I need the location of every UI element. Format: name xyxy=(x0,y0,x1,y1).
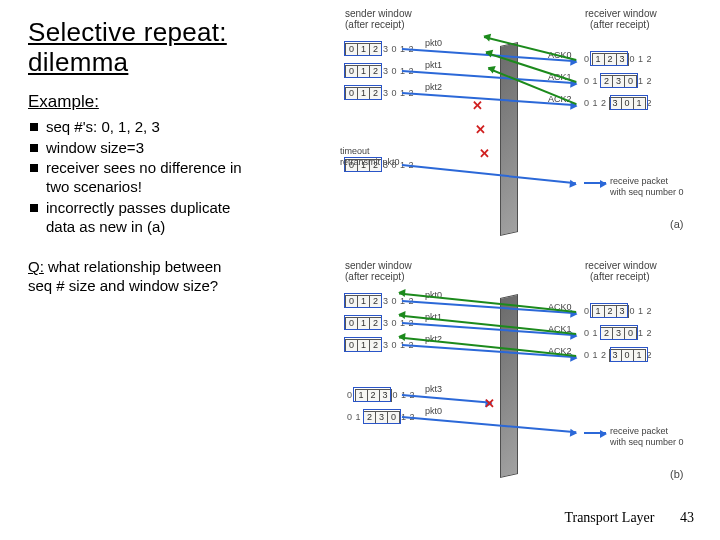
arrow-icon xyxy=(402,164,576,184)
arrow-icon xyxy=(584,432,606,434)
figure-label: (b) xyxy=(670,468,683,480)
x-icon: ✕ xyxy=(484,396,495,411)
seq-suffix: 0 1 2 xyxy=(630,306,653,316)
pkt-label: pkt2 xyxy=(425,82,442,92)
seq-cell: 2 xyxy=(369,87,382,100)
seq-prefix: 0 1 xyxy=(347,412,361,422)
question-label: Q: xyxy=(28,258,44,275)
sequence-row: 0 12301 2 xyxy=(582,74,652,88)
seq-cell: 1 xyxy=(633,349,646,362)
after-receipt-label: (after receipt) xyxy=(590,271,649,282)
seq-cell: 1 xyxy=(633,97,646,110)
seq-prefix: 0 xyxy=(584,306,590,316)
arrow-icon xyxy=(584,182,606,184)
arrow-icon xyxy=(402,394,492,404)
seq-cell: 3 xyxy=(616,305,629,318)
seq-cell: 0 xyxy=(387,411,400,424)
seq-suffix: 2 xyxy=(647,350,653,360)
seq-cell: 0 xyxy=(624,75,637,88)
seq-suffix: 1 2 xyxy=(638,76,652,86)
barrier-icon xyxy=(500,294,518,478)
after-receipt-label: (after receipt) xyxy=(590,19,649,30)
receive-label: receive packet xyxy=(610,426,668,436)
seq-cell: 2 xyxy=(369,295,382,308)
seq-prefix: 0 1 xyxy=(584,76,598,86)
sequence-row: 0 12301 2 xyxy=(582,326,652,340)
footer-text: Transport Layer xyxy=(564,510,654,525)
seq-cell: 2 xyxy=(369,339,382,352)
question-text: what relationship between seq # size and… xyxy=(28,258,221,294)
page-number: 43 xyxy=(680,510,694,525)
x-icon: ✕ xyxy=(472,98,483,113)
arrow-icon xyxy=(402,416,577,433)
retransmit-label: retransmit pkt0 xyxy=(340,157,400,167)
receive-label: receive packet xyxy=(610,176,668,186)
sender-window-label: sender window xyxy=(345,260,412,271)
seq-cell: 3 xyxy=(379,389,392,402)
receive-label: with seq number 0 xyxy=(610,187,684,197)
bullet-item: incorrectly passes duplicate data as new… xyxy=(28,199,258,237)
bullet-list: seq #'s: 0, 1, 2, 3 window size=3 receiv… xyxy=(28,118,258,237)
figure-label: (a) xyxy=(670,218,683,230)
sr-dilemma-diagram: sender window (after receipt) receiver w… xyxy=(270,8,710,488)
pkt-label: pkt1 xyxy=(425,60,442,70)
after-receipt-label: (after receipt) xyxy=(345,19,404,30)
receive-label: with seq number 0 xyxy=(610,437,684,447)
sequence-row: 01230 1 2 xyxy=(582,304,652,318)
seq-cell: 3 xyxy=(616,53,629,66)
seq-cell: 2 xyxy=(369,317,382,330)
receiver-window-label: receiver window xyxy=(585,8,657,19)
bullet-item: window size=3 xyxy=(28,139,258,158)
x-icon: ✕ xyxy=(475,122,486,137)
sender-window-label: sender window xyxy=(345,8,412,19)
pkt-label: pkt0 xyxy=(425,38,442,48)
seq-prefix: 0 1 xyxy=(584,328,598,338)
seq-cell: 2 xyxy=(369,65,382,78)
sequence-row: 01230 1 2 xyxy=(582,52,652,66)
bullet-item: seq #'s: 0, 1, 2, 3 xyxy=(28,118,258,137)
seq-prefix: 0 1 2 xyxy=(584,350,607,360)
barrier-icon xyxy=(500,42,518,236)
seq-cell: 2 xyxy=(369,43,382,56)
x-icon: ✕ xyxy=(479,146,490,161)
seq-prefix: 0 xyxy=(347,390,353,400)
sequence-row: 0 1 23012 xyxy=(582,348,652,362)
seq-suffix: 1 2 xyxy=(638,328,652,338)
footer: Transport Layer 43 xyxy=(564,510,694,526)
title-line2: dilemma xyxy=(28,47,128,77)
pkt-label: pkt3 xyxy=(425,384,442,394)
timeout-label: timeout xyxy=(340,146,370,156)
pkt-label: pkt0 xyxy=(425,406,442,416)
title-line1: Selective repeat: xyxy=(28,17,227,47)
question: Q: what relationship between seq # size … xyxy=(28,258,228,296)
receiver-window-label: receiver window xyxy=(585,260,657,271)
seq-suffix: 2 xyxy=(647,98,653,108)
seq-suffix: 0 1 2 xyxy=(630,54,653,64)
seq-prefix: 0 xyxy=(584,54,590,64)
sequence-row: 0 1 23012 xyxy=(582,96,652,110)
seq-cell: 0 xyxy=(624,327,637,340)
after-receipt-label: (after receipt) xyxy=(345,271,404,282)
seq-prefix: 0 1 2 xyxy=(584,98,607,108)
bullet-item: receiver sees no difference in two scena… xyxy=(28,159,258,197)
